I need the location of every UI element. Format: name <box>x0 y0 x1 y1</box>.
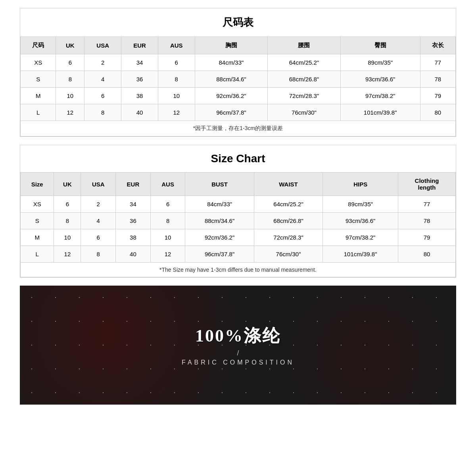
table-cell: 40 <box>121 104 158 121</box>
table-cell: 79 <box>420 88 455 104</box>
table-cell: 88cm/34.6" <box>195 71 268 88</box>
table-cell: 92cm/36.2" <box>185 229 254 246</box>
table-cell: 78 <box>398 213 456 229</box>
table-cell: 40 <box>116 246 151 263</box>
table-cell: 89cm/35" <box>323 196 398 213</box>
table-cell: 80 <box>420 104 455 121</box>
table-cell: 10 <box>150 229 185 246</box>
table-cell: 93cm/36.6" <box>323 213 398 229</box>
table-cell: 36 <box>116 213 151 229</box>
table-cell: 77 <box>420 54 455 71</box>
table-cell: 76cm/30" <box>268 104 341 121</box>
table-row: S8436888cm/34.6"68cm/26.8"93cm/36.6"78 <box>21 213 456 229</box>
table-cell: 8 <box>84 104 121 121</box>
table-header: BUST <box>185 173 254 196</box>
table-row: XS6234684cm/33"64cm/25.2"89cm/35"77 <box>21 196 456 213</box>
table-cell: 76cm/30" <box>254 246 322 263</box>
table-cell: 8 <box>150 213 185 229</box>
table-header: HIPS <box>323 173 398 196</box>
chinese-chart-title: 尺码表 <box>20 8 456 36</box>
table-cell: 93cm/36.6" <box>340 71 420 88</box>
fabric-main-text: 100%涤纶 <box>195 324 281 347</box>
table-header: 衣长 <box>420 37 455 54</box>
table-cell: 6 <box>54 196 81 213</box>
table-cell: 38 <box>121 88 158 104</box>
table-cell: XS <box>21 196 54 213</box>
table-header: 腰围 <box>268 37 341 54</box>
table-cell: S <box>21 71 56 88</box>
table-header: EUR <box>116 173 151 196</box>
table-cell: 12 <box>158 104 195 121</box>
table-cell: 96cm/37.8" <box>185 246 254 263</box>
table-cell: 2 <box>84 54 121 71</box>
table-cell: S <box>21 213 54 229</box>
table-header: WAIST <box>254 173 322 196</box>
footnote-text: *因手工测量，存在1-3cm的测量误差 <box>21 121 456 136</box>
table-cell: 2 <box>81 196 116 213</box>
table-cell: 88cm/34.6" <box>185 213 254 229</box>
table-cell: 12 <box>56 104 84 121</box>
fabric-divider: / <box>237 349 239 357</box>
table-header: UK <box>56 37 84 54</box>
chinese-size-chart: 尺码表 尺码UKUSAEURAUS胸围腰围臀围衣长 XS6234684cm/33… <box>20 8 456 137</box>
table-cell: L <box>21 246 54 263</box>
table-row: XS6234684cm/33"64cm/25.2"89cm/35"77 <box>21 54 456 71</box>
table-cell: 64cm/25.2" <box>268 54 341 71</box>
table-cell: M <box>21 88 56 104</box>
table-cell: XS <box>21 54 56 71</box>
table-cell: 77 <box>398 196 456 213</box>
table-cell: 80 <box>398 246 456 263</box>
table-cell: 4 <box>84 71 121 88</box>
footnote-row: *因手工测量，存在1-3cm的测量误差 <box>21 121 456 136</box>
table-cell: 72cm/28.3" <box>254 229 322 246</box>
table-cell: 72cm/28.3" <box>268 88 341 104</box>
table-cell: 12 <box>54 246 81 263</box>
table-row: L128401296cm/37.8"76cm/30"101cm/39.8"80 <box>21 104 456 121</box>
table-cell: L <box>21 104 56 121</box>
table-header: 臀围 <box>340 37 420 54</box>
table-cell: 92cm/36.2" <box>195 88 268 104</box>
table-header: 尺码 <box>21 37 56 54</box>
table-cell: 4 <box>81 213 116 229</box>
table-cell: 101cm/39.8" <box>340 104 420 121</box>
table-cell: 34 <box>116 196 151 213</box>
table-header: AUS <box>150 173 185 196</box>
table-cell: 10 <box>56 88 84 104</box>
table-cell: 8 <box>158 71 195 88</box>
chinese-table: 尺码UKUSAEURAUS胸围腰围臀围衣长 XS6234684cm/33"64c… <box>20 36 456 136</box>
english-size-chart: Size Chart SizeUKUSAEURAUSBUSTWAISTHIPSC… <box>20 145 456 278</box>
table-cell: 6 <box>150 196 185 213</box>
table-header: 胸围 <box>195 37 268 54</box>
table-header: Clothing length <box>398 173 456 196</box>
table-cell: M <box>21 229 54 246</box>
table-row: S8436888cm/34.6"68cm/26.8"93cm/36.6"78 <box>21 71 456 88</box>
table-header: Size <box>21 173 54 196</box>
footnote-text: *The Size may have 1-3cm differs due to … <box>21 263 456 277</box>
english-table: SizeUKUSAEURAUSBUSTWAISTHIPSClothing len… <box>20 172 456 277</box>
table-header: UK <box>54 173 81 196</box>
table-cell: 38 <box>116 229 151 246</box>
table-cell: 6 <box>81 229 116 246</box>
english-chart-title: Size Chart <box>20 145 456 172</box>
table-cell: 97cm/38.2" <box>340 88 420 104</box>
table-cell: 6 <box>158 54 195 71</box>
table-cell: 12 <box>150 246 185 263</box>
table-cell: 8 <box>54 213 81 229</box>
table-cell: 64cm/25.2" <box>254 196 322 213</box>
table-cell: 6 <box>84 88 121 104</box>
fabric-sub-text: FABRIC COMPOSITION <box>182 359 294 366</box>
table-cell: 78 <box>420 71 455 88</box>
table-cell: 96cm/37.8" <box>195 104 268 121</box>
table-cell: 36 <box>121 71 158 88</box>
table-cell: 34 <box>121 54 158 71</box>
table-header: USA <box>81 173 116 196</box>
table-cell: 10 <box>158 88 195 104</box>
table-cell: 68cm/26.8" <box>268 71 341 88</box>
table-cell: 79 <box>398 229 456 246</box>
table-row: M106381092cm/36.2"72cm/28.3"97cm/38.2"79 <box>21 88 456 104</box>
footnote-row: *The Size may have 1-3cm differs due to … <box>21 263 456 277</box>
table-cell: 8 <box>56 71 84 88</box>
table-cell: 84cm/33" <box>195 54 268 71</box>
table-cell: 10 <box>54 229 81 246</box>
fabric-section: 100%涤纶 / FABRIC COMPOSITION <box>20 286 456 405</box>
